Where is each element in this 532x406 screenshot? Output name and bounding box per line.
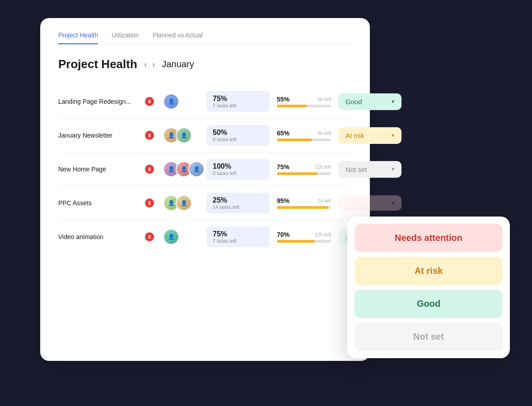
chevron-down-icon: ▾ [392,132,394,138]
time-bar-fill [277,172,317,175]
month-nav: ‹ › [143,60,157,69]
tab-planned-vs-actual[interactable]: Planned vs Actual [153,32,203,44]
time-left: 11h left [315,164,331,170]
next-month-button[interactable]: › [150,60,156,69]
progress-percent: 100% [213,162,263,171]
progress-percent: 50% [213,129,263,137]
status-label: At risk [345,132,364,139]
avatar-group: 👤 👤 [163,195,199,211]
page-header: Project Health ‹ › January [58,57,352,71]
chevron-down-icon: ▾ [392,200,394,206]
time-block: 70% 12h left [277,231,331,243]
task-badge: 8 [145,198,154,208]
main-card: Project Health Utilization Planned vs Ac… [40,18,370,361]
dropdown-item-needs-attention[interactable]: Needs attention [355,224,503,252]
progress-percent: 75% [213,230,263,238]
time-left: 5h left [317,97,331,102]
time-percent: 95% [277,197,289,204]
project-name: PPC Assets [58,199,135,207]
project-list: Landing Page Redesign... 8 👤 75% 7 tasks… [58,85,352,254]
tasks-left: 7 tasks left [213,103,263,108]
current-month: January [162,59,194,69]
status-dropdown-button[interactable]: Not set ▾ [338,161,401,178]
task-badge: 8 [145,232,154,241]
status-label: Not set [345,166,367,173]
progress-block: 25% 14 tasks left [206,193,270,213]
tasks-left: 14 tasks left [213,204,263,210]
time-bar-fill [277,240,315,243]
time-left: 12h left [315,232,331,237]
dropdown-item-at-risk[interactable]: At risk [355,257,503,285]
time-block: 95% 2h left [277,197,331,209]
avatar-group: 👤 👤 [163,127,199,143]
table-row: PPC Assets 8 👤 👤 25% 14 tasks left 95% 2… [58,186,352,220]
task-badge: 8 [145,165,154,174]
table-row: January Newsletter 8 👤 👤 50% 8 tasks lef… [58,119,352,152]
table-row: Landing Page Redesign... 8 👤 75% 7 tasks… [58,85,352,119]
dropdown-item-not-set[interactable]: Not set [355,323,503,351]
progress-block: 75% 7 tasks left [206,91,270,112]
prev-month-button[interactable]: ‹ [143,60,149,69]
time-block: 55% 5h left [277,96,331,107]
progress-block: 100% 0 tasks left [206,159,270,180]
time-left: 2h left [317,198,331,203]
time-bar-bg [277,138,331,141]
time-block: 75% 11h left [277,163,331,175]
time-bar-bg [277,206,331,209]
time-percent: 55% [277,96,289,103]
avatar-group: 👤 [163,93,199,110]
tabs-bar: Project Health Utilization Planned vs Ac… [58,32,352,45]
time-bar-fill [277,206,328,209]
avatar-group: 👤 👤 👤 [163,161,199,177]
status-label: Good [345,98,362,106]
progress-block: 50% 8 tasks left [206,125,270,146]
time-bar-fill [277,138,312,141]
tasks-left: 7 tasks left [213,238,263,244]
time-bar-bg [277,240,331,243]
progress-percent: 75% [213,95,263,103]
status-dropdown-button[interactable]: ▾ [338,195,401,211]
status-dropdown-button[interactable]: At risk ▾ [338,127,401,144]
avatar: 👤 [176,195,192,211]
avatar: 👤 [163,229,179,245]
project-name: January Newsletter [58,132,135,139]
avatar: 👤 [176,127,192,143]
page-title: Project Health [58,57,137,71]
status-dropdown-popup: Needs attention At risk Good Not set [347,217,510,358]
chevron-down-icon: ▾ [392,98,394,105]
time-block: 65% 8h left [277,129,331,141]
avatar: 👤 [163,93,179,110]
time-percent: 65% [277,129,289,137]
tasks-left: 8 tasks left [213,137,263,142]
progress-percent: 25% [213,196,263,204]
avatar-group: 👤 [163,229,199,245]
scene: Project Health Utilization Planned vs Ac… [40,18,492,388]
progress-block: 75% 7 tasks left [206,226,270,247]
dropdown-item-good[interactable]: Good [355,290,503,318]
time-percent: 75% [277,163,289,171]
project-name: Video animation [58,233,135,240]
time-left: 8h left [317,130,331,136]
tasks-left: 0 tasks left [213,171,263,176]
avatar: 👤 [188,161,205,177]
status-dropdown-button[interactable]: Good ▾ [338,93,401,110]
project-name: New Home Page [58,166,135,173]
table-row: Video animation 8 👤 75% 7 tasks left 70%… [58,220,352,254]
task-badge: 8 [145,131,154,140]
task-badge: 8 [145,97,154,106]
time-bar-fill [277,105,307,107]
time-bar-bg [277,172,331,175]
project-name: Landing Page Redesign... [58,98,135,105]
tab-utilization[interactable]: Utilization [112,32,139,44]
tab-project-health[interactable]: Project Health [58,32,98,44]
time-bar-bg [277,105,331,107]
chevron-down-icon: ▾ [392,166,394,172]
time-percent: 70% [277,231,289,238]
table-row: New Home Page 8 👤 👤 👤 100% 0 tasks left … [58,152,352,186]
